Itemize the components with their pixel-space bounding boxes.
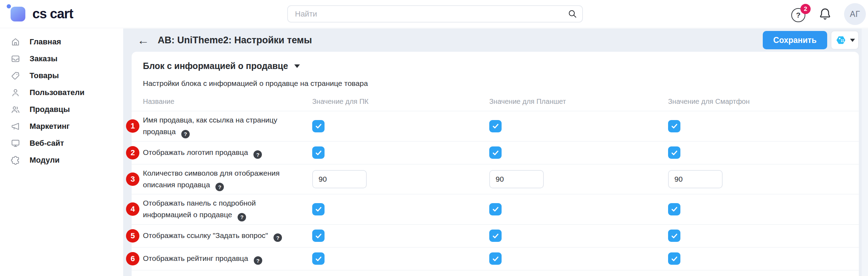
column-header-tablet: Значение для Планшет <box>489 98 668 106</box>
value-cell <box>668 170 859 188</box>
sidebar-item-addons[interactable]: Модули <box>0 152 123 169</box>
checkbox-tablet[interactable] <box>489 230 502 242</box>
back-arrow-icon[interactable]: ← <box>137 34 149 46</box>
number-input-desktop[interactable] <box>312 170 367 188</box>
value-cell <box>668 146 859 159</box>
sidebar-item-label: Веб-сайт <box>30 139 64 148</box>
checkbox-phone[interactable] <box>668 230 680 242</box>
help-button[interactable]: ? 2 <box>791 7 806 21</box>
monitor-icon <box>11 138 20 148</box>
addon-dropdown-button[interactable] <box>831 31 859 50</box>
save-button[interactable]: Сохранить <box>763 31 827 49</box>
checkbox-tablet[interactable] <box>489 120 502 132</box>
checkbox-tablet[interactable] <box>489 203 502 215</box>
setting-name-cell: 1Имя продавца, как ссылка на страницу пр… <box>132 114 312 138</box>
search-input[interactable] <box>287 5 583 23</box>
number-input-tablet[interactable] <box>489 170 544 188</box>
value-cell <box>489 230 668 242</box>
help-icon[interactable]: ? <box>273 233 282 242</box>
cs-cart-logo[interactable]: cs cart <box>11 6 73 21</box>
users-icon <box>11 105 20 114</box>
table-row: 1Имя продавца, как ссылка на страницу пр… <box>132 111 859 142</box>
sidebar-item-label: Маркетинг <box>30 122 70 131</box>
sidebar-item-home[interactable]: Главная <box>0 33 123 50</box>
checkbox-phone[interactable] <box>668 252 680 265</box>
sidebar-item-label: Заказы <box>30 54 57 63</box>
value-cell <box>668 230 859 242</box>
setting-label: Отображать логотип продавца ? <box>143 146 262 159</box>
main-content: ← AB: UniTheme2: Настройки темы Сохранит… <box>123 29 868 276</box>
value-cell <box>312 120 489 132</box>
checkbox-desktop[interactable] <box>312 146 325 159</box>
value-cell <box>312 170 489 188</box>
value-cell <box>489 146 668 159</box>
sidebar-item-label: Пользователи <box>30 88 84 97</box>
table-row: 2Отображать логотип продавца ? <box>132 142 859 164</box>
value-cell <box>312 252 489 265</box>
step-number-badge: 3 <box>126 172 139 186</box>
sidebar-item-users[interactable]: Пользователи <box>0 84 123 101</box>
sidebar-item-products[interactable]: Товары <box>0 67 123 84</box>
setting-name-cell: 5Отображать ссылку "Задать вопрос" ? <box>132 230 312 242</box>
search-icon[interactable] <box>568 9 577 19</box>
checkbox-desktop[interactable] <box>312 230 325 242</box>
sidebar-item-website[interactable]: Веб-сайт <box>0 135 123 152</box>
scrollbar[interactable] <box>862 29 868 276</box>
sidebar-item-orders[interactable]: Заказы <box>0 50 123 67</box>
step-number-badge: 5 <box>126 229 139 243</box>
sidebar-item-marketing[interactable]: Маркетинг <box>0 118 123 135</box>
checkbox-tablet[interactable] <box>489 146 502 159</box>
setting-label: Отображать ссылку "Задать вопрос" ? <box>143 230 282 242</box>
avatar[interactable]: АГ <box>844 3 866 25</box>
sidebar: ГлавнаяЗаказыТоварыПользователиПродавцыМ… <box>0 29 123 276</box>
checkbox-desktop[interactable] <box>312 120 325 132</box>
sidebar-menu: ГлавнаяЗаказыТоварыПользователиПродавцыМ… <box>0 33 123 169</box>
settings-card: Блок с информацией о продавце Настройки … <box>132 52 859 276</box>
setting-label: Имя продавца, как ссылка на страницу про… <box>143 114 301 138</box>
tag-icon <box>11 71 20 81</box>
bell-icon[interactable] <box>818 7 832 21</box>
sidebar-item-vendors[interactable]: Продавцы <box>0 101 123 118</box>
home-icon <box>11 37 20 47</box>
column-header-name: Название <box>132 98 312 106</box>
checkbox-phone[interactable] <box>668 120 680 132</box>
setting-name-cell: 6Отображать рейтинг продавца ? <box>132 252 312 265</box>
checkbox-desktop[interactable] <box>312 252 325 265</box>
value-cell <box>668 252 859 265</box>
section-title: Блок с информацией о продавце <box>143 61 288 71</box>
step-number-badge: 6 <box>126 252 139 265</box>
help-icon[interactable]: ? <box>215 183 224 191</box>
step-number-badge: 2 <box>126 146 139 159</box>
setting-name-cell: 4Отображать панель с подробной информаци… <box>132 197 312 221</box>
sidebar-item-label: Продавцы <box>30 105 70 114</box>
value-cell <box>312 230 489 242</box>
checkbox-phone[interactable] <box>668 146 680 159</box>
checkbox-desktop[interactable] <box>312 203 325 215</box>
caret-down-icon <box>294 64 300 68</box>
setting-label: Отображать рейтинг продавца ? <box>143 252 262 265</box>
checkbox-tablet[interactable] <box>489 252 502 265</box>
inbox-icon <box>11 54 20 64</box>
value-cell <box>312 146 489 159</box>
puzzle-icon <box>11 155 20 165</box>
value-cell <box>489 120 668 132</box>
step-number-badge: 4 <box>126 202 139 216</box>
help-icon[interactable]: ? <box>253 150 262 159</box>
chevron-down-icon <box>850 39 855 42</box>
table-row: 3Количество символов для отображения опи… <box>132 164 859 195</box>
value-cell <box>489 170 668 188</box>
sidebar-item-label: Главная <box>30 37 61 46</box>
sidebar-item-label: Модули <box>30 156 59 165</box>
checkbox-phone[interactable] <box>668 203 680 215</box>
setting-name-cell: 3Количество символов для отображения опи… <box>132 167 312 192</box>
help-icon[interactable]: ? <box>254 256 262 265</box>
help-icon[interactable]: ? <box>238 213 246 221</box>
column-header-desktop: Значение для ПК <box>312 98 489 106</box>
value-cell <box>489 203 668 215</box>
help-icon[interactable]: ? <box>181 130 190 138</box>
section-header[interactable]: Блок с информацией о продавце <box>132 52 859 71</box>
section-subtitle: Настройки блока с информацией о продавце… <box>132 79 859 88</box>
user-icon <box>11 88 20 98</box>
number-input-phone[interactable] <box>668 170 723 188</box>
value-cell <box>668 120 859 132</box>
